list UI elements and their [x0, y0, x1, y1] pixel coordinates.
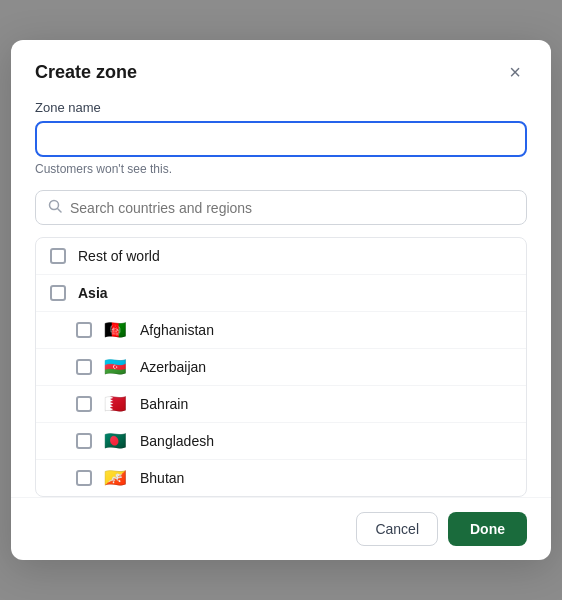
- asia-group-checkbox[interactable]: [50, 285, 66, 301]
- zone-name-hint: Customers won't see this.: [35, 162, 527, 176]
- cancel-button[interactable]: Cancel: [356, 512, 438, 546]
- list-item[interactable]: 🇦🇫 Afghanistan: [36, 312, 526, 349]
- create-zone-modal: Create zone × Zone name Customers won't …: [11, 40, 551, 560]
- list-item[interactable]: Rest of world: [36, 238, 526, 275]
- bahrain-checkbox[interactable]: [76, 396, 92, 412]
- list-item[interactable]: Asia: [36, 275, 526, 312]
- done-button[interactable]: Done: [448, 512, 527, 546]
- rest-of-world-label: Rest of world: [78, 248, 160, 264]
- search-icon: [48, 199, 62, 216]
- modal-title: Create zone: [35, 62, 137, 83]
- bhutan-label: Bhutan: [140, 470, 184, 486]
- modal-overlay: Create zone × Zone name Customers won't …: [0, 0, 562, 600]
- afghanistan-flag: 🇦🇫: [104, 322, 128, 338]
- azerbaijan-checkbox[interactable]: [76, 359, 92, 375]
- country-list[interactable]: Rest of world Asia 🇦🇫 Afghanistan 🇦🇿: [35, 237, 527, 497]
- azerbaijan-flag: 🇦🇿: [104, 359, 128, 375]
- bahrain-label: Bahrain: [140, 396, 188, 412]
- close-button[interactable]: ×: [503, 60, 527, 84]
- list-item[interactable]: 🇦🇿 Azerbaijan: [36, 349, 526, 386]
- list-item[interactable]: 🇧🇹 Bhutan: [36, 460, 526, 496]
- asia-group-label: Asia: [78, 285, 108, 301]
- bangladesh-flag: 🇧🇩: [104, 433, 128, 449]
- bangladesh-checkbox[interactable]: [76, 433, 92, 449]
- modal-footer: Cancel Done: [11, 497, 551, 560]
- rest-of-world-checkbox[interactable]: [50, 248, 66, 264]
- zone-name-label: Zone name: [35, 100, 527, 115]
- afghanistan-label: Afghanistan: [140, 322, 214, 338]
- bhutan-flag: 🇧🇹: [104, 470, 128, 486]
- modal-header: Create zone ×: [11, 40, 551, 100]
- modal-body: Zone name Customers won't see this. Rest…: [11, 100, 551, 497]
- bangladesh-label: Bangladesh: [140, 433, 214, 449]
- list-item[interactable]: 🇧🇭 Bahrain: [36, 386, 526, 423]
- svg-line-1: [58, 209, 62, 213]
- bhutan-checkbox[interactable]: [76, 470, 92, 486]
- search-input[interactable]: [70, 200, 514, 216]
- search-box: [35, 190, 527, 225]
- afghanistan-checkbox[interactable]: [76, 322, 92, 338]
- zone-name-input[interactable]: [35, 121, 527, 157]
- bahrain-flag: 🇧🇭: [104, 396, 128, 412]
- list-item[interactable]: 🇧🇩 Bangladesh: [36, 423, 526, 460]
- azerbaijan-label: Azerbaijan: [140, 359, 206, 375]
